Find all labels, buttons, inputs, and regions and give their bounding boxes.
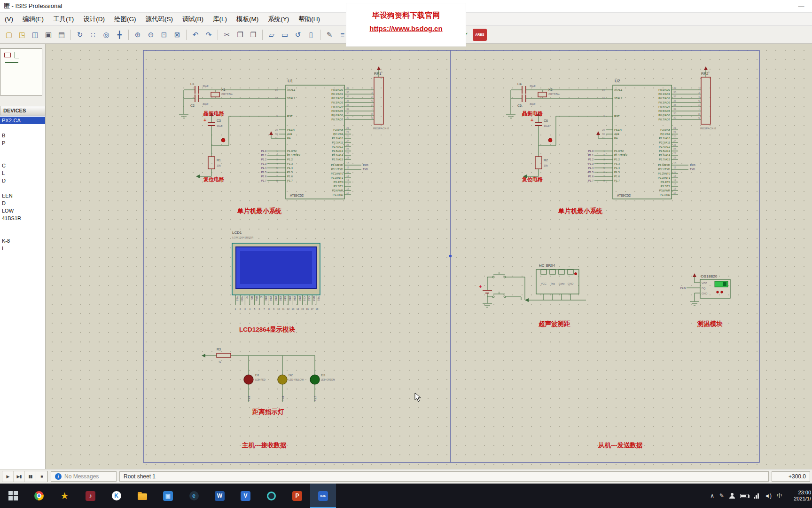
device-item[interactable]: C — [0, 162, 45, 169]
block-delete-button[interactable]: ▯ — [305, 29, 317, 41]
device-item[interactable]: PX2-CA — [0, 117, 45, 124]
overview-window[interactable] — [0, 48, 42, 95]
r3-value: 1k — [219, 361, 221, 364]
people-icon[interactable] — [729, 493, 735, 499]
led-indicators[interactable]: R3 1k D1 LED-RED D2 LED-YELLOW D3 LED-GR… — [202, 348, 335, 402]
paste-button[interactable]: ❒ — [247, 29, 259, 41]
sonar-pin-vcc: VCC — [541, 282, 547, 285]
battery-icon[interactable] — [740, 494, 749, 498]
menu-item-5[interactable]: 源代码(S) — [141, 15, 178, 24]
undo-button[interactable]: ↶ — [189, 29, 202, 41]
device-item[interactable]: L — [0, 169, 45, 177]
lcd-module[interactable]: LCD1 LGM12641BS1R VSS1VDD2V03RS4R/W5E6DB… — [232, 230, 320, 310]
device-item[interactable]: I — [0, 245, 45, 252]
device-item[interactable] — [0, 222, 45, 230]
edit-properties-button[interactable]: ✎ — [323, 29, 336, 41]
taskbar-edge-browser[interactable] — [258, 484, 284, 508]
menu-item-10[interactable]: 帮助(H) — [294, 15, 325, 24]
clock-date: 2021/1/ — [789, 496, 811, 502]
sim-play-button[interactable]: ▶ — [2, 471, 14, 482]
device-item[interactable] — [0, 124, 45, 132]
menu-item-3[interactable]: 设计(D) — [78, 15, 109, 24]
led-d2[interactable] — [278, 375, 287, 384]
svg-text:15: 15 — [346, 183, 349, 186]
taskbar-powerpoint[interactable]: P — [284, 484, 310, 508]
zoom-out-button[interactable]: ⊖ — [145, 29, 157, 41]
menu-item-9[interactable]: 系统(Y) — [263, 15, 294, 24]
origin-button[interactable]: ◎ — [100, 29, 112, 41]
file-explorer-icon — [138, 493, 147, 500]
copy-button[interactable]: ❐ — [234, 29, 246, 41]
redo-button[interactable]: ↷ — [203, 29, 215, 41]
toggle-grid-button[interactable]: ∷ — [87, 29, 99, 41]
taskbar-proteus-isis[interactable]: ISIS — [310, 484, 336, 508]
schematic-canvas[interactable]: 晶振电路 晶振电路 复位电路 复位电路 单片机最小系统 单片机最小系统 LCD1… — [46, 44, 812, 469]
device-item[interactable]: 41BS1R — [0, 214, 45, 222]
block-rotate-button[interactable]: ↺ — [292, 29, 304, 41]
menu-item-2[interactable]: 工具(T) — [48, 15, 78, 24]
block-copy-button[interactable]: ▱ — [265, 29, 278, 41]
zoom-in-button[interactable]: ⊕ — [132, 29, 144, 41]
device-item[interactable] — [0, 154, 45, 162]
device-item[interactable]: B — [0, 132, 45, 139]
device-item[interactable] — [0, 184, 45, 192]
svg-text:P0.6/AD6: P0.6/AD6 — [658, 114, 670, 117]
taskbar-start-button[interactable] — [0, 484, 26, 508]
taskbar-media-app[interactable]: ♪ — [78, 484, 103, 508]
device-item[interactable]: EEN — [0, 192, 45, 199]
minimize-button[interactable]: — — [790, 3, 812, 10]
redraw-button[interactable]: ↻ — [74, 29, 86, 41]
temperature-module[interactable]: DS18B20 VCC DQ GND P3.6 — [680, 273, 730, 305]
taskbar-favorites-app[interactable]: ★ — [52, 484, 78, 508]
menu-item-1[interactable]: 编辑(E) — [18, 15, 48, 24]
taskbar-kugou-music[interactable]: K — [103, 484, 129, 508]
open-design-button[interactable]: ◳ — [16, 29, 28, 41]
tray-expand-icon[interactable]: ∧ — [710, 492, 714, 499]
watermark-link[interactable]: https://www.bsdog.cn — [369, 24, 442, 32]
taskbar-file-explorer[interactable] — [129, 484, 155, 508]
new-design-button[interactable]: ▢ — [3, 29, 15, 41]
taskbar-app-window[interactable]: ▣ — [155, 484, 181, 508]
volume-icon[interactable]: ◄) — [764, 492, 772, 499]
taskbar-browser-app[interactable]: e — [181, 484, 207, 508]
taskbar-word[interactable]: W — [207, 484, 233, 508]
zoom-all-button[interactable]: ⊠ — [171, 29, 183, 41]
zoom-area-button[interactable]: ⊡ — [158, 29, 170, 41]
sim-step-button[interactable]: ▶▮ — [14, 471, 25, 482]
netlist-to-ares-button[interactable]: ARES — [473, 29, 487, 41]
cut-button[interactable]: ✂ — [221, 29, 233, 41]
svg-text:P1.6: P1.6 — [614, 175, 620, 178]
svg-text:P0.5/AD5: P0.5/AD5 — [331, 110, 343, 112]
menu-item-8[interactable]: 模板(M) — [232, 15, 263, 24]
device-item[interactable]: D — [0, 199, 45, 207]
block-move-button[interactable]: ▭ — [279, 29, 291, 41]
menu-item-0[interactable]: (V) — [0, 16, 18, 23]
device-item[interactable]: P — [0, 139, 45, 147]
network-icon[interactable] — [754, 493, 759, 499]
schematic-svg[interactable]: 晶振电路 晶振电路 复位电路 复位电路 单片机最小系统 单片机最小系统 LCD1… — [46, 44, 812, 469]
taskbar-chrome-browser[interactable] — [26, 484, 52, 508]
input-indicator[interactable]: 中 — [777, 492, 782, 500]
menu-item-7[interactable]: 库(L) — [208, 15, 232, 24]
device-item[interactable] — [0, 147, 45, 154]
clock[interactable]: 23:00 2021/1/ — [789, 490, 811, 502]
device-item[interactable] — [0, 230, 45, 237]
svg-text:14: 14 — [346, 179, 349, 182]
device-item[interactable]: D — [0, 177, 45, 184]
mark-output-area-button[interactable]: ▤ — [55, 29, 68, 41]
sim-pause-button[interactable]: ▮▮ — [25, 471, 36, 482]
menu-item-4[interactable]: 绘图(G) — [109, 15, 141, 24]
device-item[interactable]: K-8 — [0, 237, 45, 245]
sim-stop-button[interactable]: ■ — [36, 471, 47, 482]
led-d3[interactable] — [310, 375, 320, 384]
pan-button[interactable]: ╋ — [113, 29, 125, 41]
ultrasonic-module[interactable]: HC-SR04 VCC Trig Echo GND + — [479, 263, 586, 307]
taskbar-v-app[interactable]: V — [233, 484, 258, 508]
led-d1[interactable] — [244, 375, 253, 384]
save-design-button[interactable]: ◫ — [29, 29, 41, 41]
print-design-button[interactable]: ▣ — [42, 29, 55, 41]
pen-icon[interactable]: ✎ — [719, 492, 724, 499]
device-item[interactable]: LOW — [0, 207, 45, 214]
menu-item-6[interactable]: 调试(B) — [178, 15, 208, 24]
svg-text:EA: EA — [287, 137, 291, 140]
